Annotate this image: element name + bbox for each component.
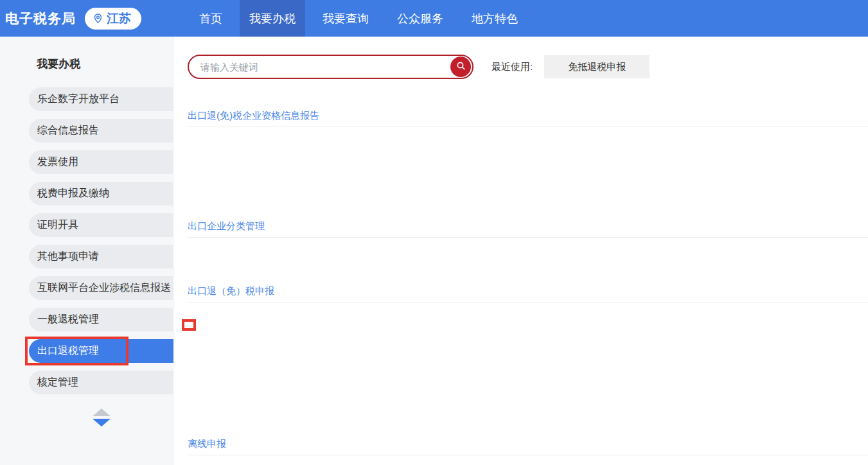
service-grid [188,250,868,263]
sidebar-item[interactable]: 税费申报及缴纳 [29,182,173,206]
grid-cell [644,315,868,328]
grid-cell [414,184,644,197]
grid-cell [414,162,644,175]
service-grid [188,140,868,197]
sidebar-item[interactable]: 互联网平台企业涉税信息报送 [29,276,173,300]
grid-cell [414,359,644,372]
nav-item[interactable]: 地方特色 [461,0,529,37]
grid-cell [188,140,414,153]
sidebar-heading: 我要办税 [37,57,173,71]
location-label: 江苏 [107,10,131,27]
section-title: 出口退(免)税企业资格信息报告 [188,109,868,122]
grid-cell [414,140,644,153]
grid-cell [188,184,414,197]
section-divider [188,237,868,238]
app-logo: 电子税务局 [5,10,76,28]
grid-cell [644,403,868,416]
grid-cell [644,337,868,350]
nav-item[interactable]: 首页 [188,0,233,37]
grid-cell [188,381,414,394]
recent-used-label: 最近使用: [492,61,533,73]
grid-cell [188,162,414,175]
grid-cell [188,403,414,416]
section-title: 出口退（免）税申报 [188,285,868,297]
section-title: 出口企业分类管理 [188,220,868,232]
search-row: 最近使用: 免抵退税申报 [188,54,868,80]
grid-cell [644,359,868,372]
grid-cell [188,315,414,328]
sidebar-scroll-arrows [93,408,111,426]
grid-cell [414,337,644,350]
sections: 出口退(免)税企业资格信息报告 [188,109,868,465]
category-section: 出口退(免)税企业资格信息报告 [188,109,868,197]
sidebar-item[interactable]: 乐企数字开放平台 [29,87,173,111]
section-divider [188,127,868,127]
location-badge[interactable]: 江苏 [85,8,141,30]
nav-item[interactable]: 我要查询 [312,0,380,37]
search-box [188,55,474,79]
section-divider [188,455,868,455]
app: 电子税务局 江苏 首页 我要办税 我要查询 公众服务 地方特色 [0,0,868,465]
grid-cell [188,359,414,372]
search-icon [456,60,466,73]
grid-cell [644,381,868,394]
grid-cell [414,403,644,416]
topbar: 电子税务局 江苏 首页 我要办税 我要查询 公众服务 地方特色 [0,0,868,37]
grid-cell [188,250,414,263]
section-divider [188,302,868,303]
main-nav: 首页 我要办税 我要查询 公众服务 地方特色 [185,0,532,37]
grid-cell [414,381,644,394]
sidebar-list: 乐企数字开放平台 综合信息报告 发票使用 税费申报及缴纳 证明开具 其他事项申请… [0,87,173,394]
service-grid [188,315,868,416]
nav-item[interactable]: 我要办税 [240,0,305,37]
section-title: 离线申报 [188,437,868,450]
grid-cell [644,140,868,153]
category-section: 出口企业分类管理 [188,220,868,263]
grid-cell [414,315,644,328]
sidebar-item[interactable]: 其他事项申请 [29,245,173,268]
recent-used-button[interactable]: 免抵退税申报 [544,55,650,78]
grid-cell [188,337,414,350]
sidebar-item[interactable]: 核定管理 [29,371,173,394]
scroll-up-icon[interactable] [93,408,111,416]
sidebar-item[interactable]: 一般退税管理 [29,308,173,331]
search-button[interactable] [450,57,471,77]
main-content: 最近使用: 免抵退税申报 出口退(免)税企业资格信息报告 [174,37,868,465]
scroll-down-icon[interactable] [93,419,111,426]
sidebar-item[interactable]: 证明开具 [29,213,173,237]
grid-cell [414,250,644,263]
category-section: 出口退（免）税申报 [188,285,868,416]
sidebar-item[interactable]: 综合信息报告 [29,119,173,143]
sidebar-item[interactable]: 出口退税管理 [29,339,173,363]
sidebar: 我要办税 乐企数字开放平台 综合信息报告 发票使用 税费申报及缴纳 证明开具 其… [0,37,173,465]
nav-item[interactable]: 公众服务 [386,0,454,37]
category-section: 离线申报 [188,437,868,465]
sidebar-item[interactable]: 发票使用 [29,150,173,174]
search-input[interactable] [189,62,472,73]
grid-cell [644,162,868,175]
location-pin-icon [93,12,103,25]
